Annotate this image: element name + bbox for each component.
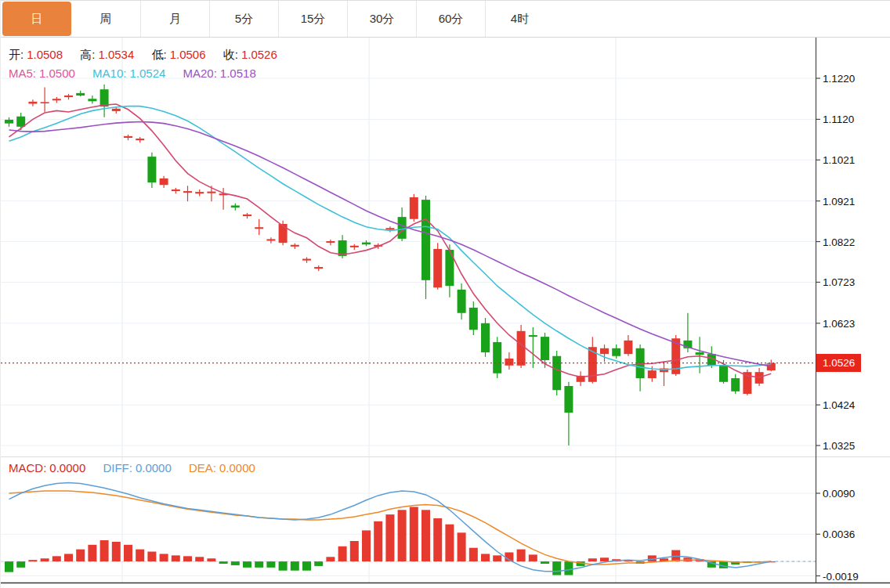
macd-bar (172, 555, 180, 561)
macd-bar (195, 557, 204, 561)
price-axis-label: 1.1120 (823, 114, 854, 125)
ma10-line (9, 106, 772, 370)
candle-up (600, 345, 609, 362)
price-axis-label: 1.1021 (823, 154, 855, 166)
macd-bar (302, 561, 311, 571)
ma20-value: 1.0518 (220, 67, 256, 80)
macd-bar (41, 558, 49, 561)
diff-label: DIFF: (103, 461, 132, 474)
candle-body (719, 366, 728, 382)
macd-bar (183, 556, 192, 561)
candle-body (231, 205, 240, 207)
candle-down (445, 244, 454, 298)
candle-up (410, 194, 418, 222)
macd-axis-label: 0.0036 (823, 528, 855, 540)
macd-bar (255, 561, 263, 568)
macd-axis-label: 0.0090 (823, 488, 855, 500)
low-value: 1.0506 (170, 48, 206, 61)
macd-bar (529, 554, 537, 561)
macd-bar (362, 530, 371, 561)
current-price-badge: 1.0526 (816, 354, 861, 372)
trading-chart-app: 日 周 月 5分 15分 30分 60分 4时 开:1.0508 高:1.053… (0, 0, 890, 588)
macd-bar (445, 525, 454, 561)
candle-body (481, 323, 490, 352)
macd-bar (147, 552, 156, 562)
macd-bar (243, 561, 251, 568)
price-axis-label: 1.0822 (823, 236, 855, 247)
macd-bar (100, 540, 109, 561)
ma5-line (9, 104, 772, 377)
candle-body (136, 139, 144, 140)
candle-up (266, 237, 275, 243)
candle-down (5, 117, 13, 127)
candle-body (314, 267, 323, 269)
candle-up (314, 265, 323, 271)
macd-bar (219, 561, 228, 564)
macd-bar (541, 561, 549, 564)
macd-bar (517, 550, 526, 561)
candle-down (612, 345, 620, 359)
candle-body (266, 239, 275, 240)
candle-body (564, 386, 573, 413)
candle-body (398, 217, 407, 239)
candle-up (326, 240, 335, 245)
macd-histogram (5, 507, 776, 575)
candle-down (469, 301, 478, 335)
candle-up (302, 257, 311, 262)
candle-body (243, 215, 251, 216)
chart-canvas (1, 0, 890, 588)
macd-bar (124, 545, 132, 561)
candle-body (731, 378, 740, 391)
candle-up (183, 186, 192, 201)
candle-down (100, 85, 109, 117)
macd-bar (88, 545, 96, 561)
candle-body (433, 249, 442, 287)
macd-bar (552, 561, 561, 575)
macd-bar (136, 550, 144, 561)
candle-body (458, 290, 466, 313)
candle-body (600, 348, 609, 354)
candle-down (493, 337, 501, 378)
candle-up (350, 244, 359, 250)
candle-body (124, 136, 132, 138)
macd-bar (338, 547, 347, 561)
macd-bar (5, 561, 13, 572)
gridlines (1, 38, 816, 583)
open-label: 开: (9, 48, 24, 61)
macd-bar (112, 542, 121, 561)
macd-bar (160, 554, 168, 561)
macd-bar (64, 554, 73, 561)
macd-value: 0.0000 (49, 461, 85, 474)
macd-bar (421, 510, 430, 561)
candle-body (493, 342, 501, 373)
candle-body (552, 356, 561, 390)
candle-down (421, 196, 430, 299)
macd-bar (52, 556, 61, 561)
candle-down (696, 337, 704, 373)
candle-body (112, 109, 121, 111)
macd-bar (564, 561, 573, 575)
candle-body (28, 102, 37, 104)
candle-body (41, 102, 49, 103)
candle-up (243, 213, 251, 218)
candle-body (64, 96, 73, 97)
candle-up (64, 94, 73, 99)
macd-axis-label: -0.0019 (823, 570, 859, 582)
candle-body (624, 341, 632, 354)
macd-bar (588, 558, 597, 561)
candle-body (16, 117, 25, 127)
candle-down (458, 283, 466, 319)
macd-bar (28, 560, 37, 561)
candle-down (16, 113, 25, 130)
candle-body (696, 352, 704, 355)
macd-bar (16, 561, 25, 568)
ma20-label: MA20: (183, 67, 217, 80)
candle-body (612, 348, 620, 356)
candle-body (648, 370, 657, 378)
candle-body (385, 228, 394, 229)
candle-body (88, 99, 96, 101)
candle-up (291, 243, 299, 249)
candle-down (552, 351, 561, 395)
candle-up (660, 362, 668, 386)
candles-group (5, 85, 776, 446)
